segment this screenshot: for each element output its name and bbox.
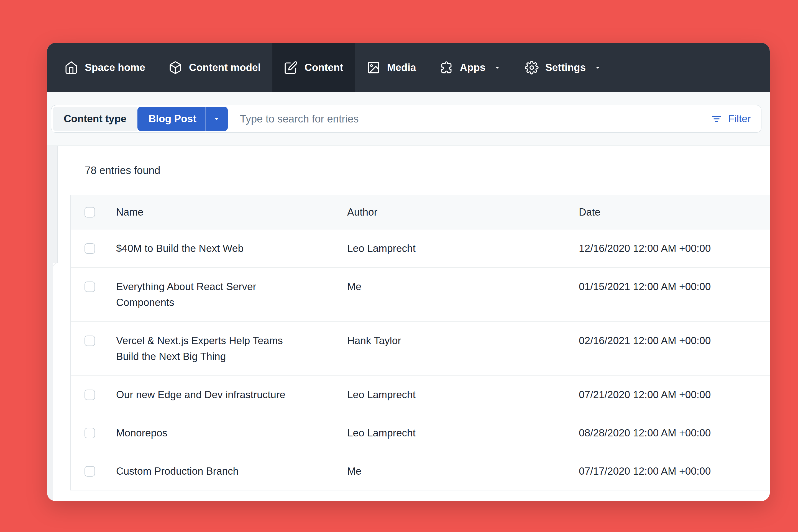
nav-content-model[interactable]: Content model [157, 43, 272, 92]
content-type-label-text: Content type [64, 113, 126, 125]
entry-author: Leo Lamprecht [347, 387, 579, 403]
nav-label-space-home: Space home [85, 62, 145, 73]
search-toolbar: Content type Blog Post Filter [47, 92, 770, 146]
nav-settings[interactable]: Settings [513, 43, 613, 92]
nav-apps[interactable]: Apps [428, 43, 513, 92]
row-checkbox[interactable] [84, 282, 95, 292]
entries-table: Name Author Date $40M to Build the Next … [70, 195, 770, 491]
entry-date: 02/16/2021 12:00 AM +00:00 [579, 333, 770, 348]
nav-content[interactable]: Content [272, 43, 355, 92]
entry-date: 07/21/2020 12:00 AM +00:00 [579, 387, 770, 403]
nav-label-settings: Settings [545, 62, 586, 73]
nav-label-content-model: Content model [189, 62, 261, 73]
table-row[interactable]: Custom Production Branch Me 07/17/2020 1… [71, 452, 770, 491]
filter-button[interactable]: Filter [705, 113, 760, 125]
stacked-sheet-corner [53, 263, 69, 501]
chevron-down-icon [592, 63, 602, 72]
chevron-down-icon [492, 63, 501, 72]
table-row[interactable]: Everything About React Server Components… [71, 268, 770, 322]
column-header-name[interactable]: Name [116, 206, 347, 218]
row-checkbox[interactable] [84, 243, 95, 254]
apps-icon [439, 61, 453, 75]
select-all-checkbox[interactable] [84, 207, 95, 217]
entry-name: Custom Production Branch [116, 463, 239, 479]
entry-author: Leo Lamprecht [347, 425, 579, 441]
entry-date: 08/28/2020 12:00 AM +00:00 [579, 425, 770, 441]
row-checkbox[interactable] [84, 390, 95, 400]
content-type-dropdown[interactable]: Blog Post [137, 107, 228, 131]
entry-date: 12/16/2020 12:00 AM +00:00 [579, 241, 770, 256]
left-gutter-lower [47, 263, 53, 501]
filter-label: Filter [728, 113, 751, 125]
entry-name: $40M to Build the Next Web [116, 241, 244, 256]
entry-date: 01/15/2021 12:00 AM +00:00 [579, 279, 770, 294]
entry-name: Monorepos [116, 425, 167, 441]
home-icon [64, 61, 78, 75]
entry-name: Our new Edge and Dev infrastructure [116, 387, 285, 403]
app-window: Space home Content model Content Media A [47, 43, 770, 501]
table-row[interactable]: Monorepos Leo Lamprecht 08/28/2020 12:00… [71, 414, 770, 452]
media-icon [366, 61, 380, 75]
content-type-value: Blog Post [149, 113, 196, 125]
entry-name: Vercel & Next.js Experts Help Teams Buil… [116, 333, 305, 364]
entries-count: 78 entries found [47, 146, 770, 195]
entry-author: Leo Lamprecht [347, 241, 579, 256]
settings-icon [525, 61, 539, 75]
nav-space-home[interactable]: Space home [53, 43, 157, 92]
chevron-down-icon [205, 107, 228, 131]
entry-author: Me [347, 279, 579, 294]
row-checkbox[interactable] [84, 336, 95, 346]
search-input[interactable] [240, 113, 705, 125]
row-checkbox[interactable] [84, 466, 95, 477]
entry-name: Everything About React Server Components [116, 279, 305, 310]
top-navbar: Space home Content model Content Media A [47, 43, 770, 92]
nav-label-content: Content [305, 62, 343, 73]
nav-media[interactable]: Media [355, 43, 428, 92]
nav-label-media: Media [387, 62, 416, 73]
table-header: Name Author Date [71, 195, 770, 229]
content-model-icon [169, 61, 182, 75]
table-row[interactable]: Our new Edge and Dev infrastructure Leo … [71, 376, 770, 414]
filter-icon [710, 113, 723, 125]
table-row[interactable]: Vercel & Next.js Experts Help Teams Buil… [71, 322, 770, 376]
content-type-label: Content type [53, 107, 137, 131]
content-area: 78 entries found Name Author Date $40M t… [47, 146, 770, 501]
entry-date: 07/17/2020 12:00 AM +00:00 [579, 463, 770, 479]
column-header-date[interactable]: Date [579, 206, 770, 218]
nav-label-apps: Apps [460, 62, 486, 73]
column-header-author[interactable]: Author [347, 206, 579, 218]
row-checkbox[interactable] [84, 428, 95, 438]
search-bar: Content type Blog Post Filter [51, 105, 761, 133]
entry-author: Hank Taylor [347, 333, 579, 348]
content-icon [284, 61, 298, 75]
table-row[interactable]: $40M to Build the Next Web Leo Lamprecht… [71, 229, 770, 268]
entry-author: Me [347, 463, 579, 479]
